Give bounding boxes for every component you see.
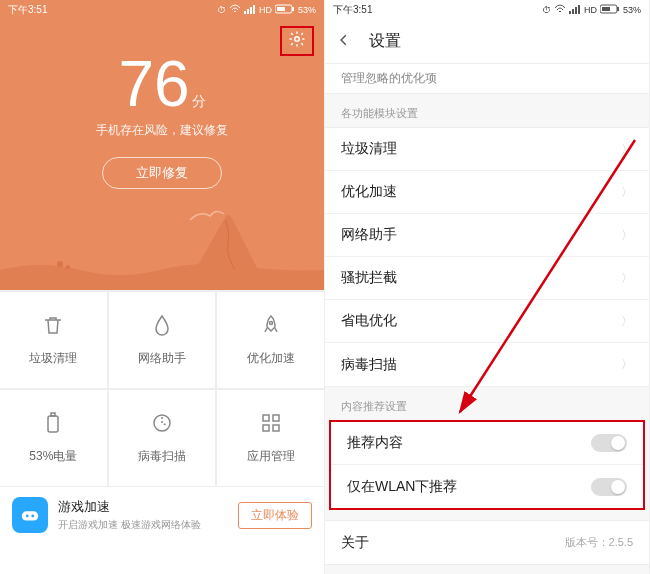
grid-label: 应用管理	[247, 448, 295, 465]
svg-point-19	[26, 515, 29, 518]
svg-rect-18	[22, 511, 39, 520]
svg-point-20	[31, 515, 34, 518]
svg-rect-27	[602, 7, 610, 11]
item-block-harassment[interactable]: 骚扰拦截 〉	[325, 257, 649, 300]
alarm-icon: ⏱	[217, 5, 226, 15]
svg-rect-14	[263, 415, 269, 421]
svg-point-8	[57, 261, 63, 267]
grid-label: 垃圾清理	[29, 350, 77, 367]
left-hero-area: 下午3:51 ⏱ HD 53%	[0, 0, 324, 290]
signal-icon	[244, 4, 256, 16]
item-recommend-content[interactable]: 推荐内容	[331, 422, 643, 465]
grid-battery[interactable]: 53%电量	[0, 390, 107, 486]
grid-optimize-speed[interactable]: 优化加速	[217, 292, 324, 388]
trash-icon	[41, 313, 65, 340]
grid-virus-scan[interactable]: 病毒扫描	[109, 390, 216, 486]
item-label: 推荐内容	[347, 434, 403, 452]
promo-row[interactable]: 游戏加速 开启游戏加速 极速游戏网络体验 立即体验	[0, 486, 324, 543]
promo-title: 游戏加速	[58, 498, 228, 516]
item-optimize-speed[interactable]: 优化加速 〉	[325, 171, 649, 214]
grid-label: 病毒扫描	[138, 448, 186, 465]
grid-trash-cleanup[interactable]: 垃圾清理	[0, 292, 107, 388]
battery-icon	[41, 411, 65, 438]
version-text: 版本号：2.5.5	[565, 535, 633, 550]
item-label: 关于	[341, 534, 369, 552]
item-label: 仅在WLAN下推荐	[347, 478, 457, 496]
battery-percent: 53%	[298, 5, 316, 15]
battery-icon	[275, 4, 295, 16]
svg-rect-1	[247, 9, 249, 14]
svg-point-10	[269, 322, 272, 325]
game-boost-icon	[12, 497, 48, 533]
battery-percent: 53%	[623, 5, 641, 15]
settings-title: 设置	[369, 31, 401, 52]
recommend-list: 推荐内容 仅在WLAN下推荐	[331, 422, 643, 508]
item-virus-scan[interactable]: 病毒扫描 〉	[325, 343, 649, 386]
chevron-right-icon: 〉	[621, 141, 633, 158]
scan-icon	[150, 411, 174, 438]
landscape-illustration	[0, 200, 324, 290]
settings-header: 设置	[325, 20, 649, 64]
svg-rect-12	[51, 413, 55, 416]
chevron-right-icon: 〉	[621, 313, 633, 330]
battery-icon	[600, 4, 620, 16]
gear-icon[interactable]	[288, 30, 306, 52]
grid-label: 53%电量	[29, 448, 77, 465]
rocket-icon	[259, 313, 283, 340]
promo-try-button[interactable]: 立即体验	[238, 502, 312, 529]
about-list: 关于 版本号：2.5.5	[325, 520, 649, 565]
item-power-saver[interactable]: 省电优化 〉	[325, 300, 649, 343]
promo-subtitle: 开启游戏加速 极速游戏网络体验	[58, 518, 228, 532]
svg-rect-3	[253, 5, 255, 14]
toggle-recommend[interactable]	[591, 434, 627, 452]
phone-left-security-center: 下午3:51 ⏱ HD 53%	[0, 0, 325, 574]
svg-rect-15	[273, 415, 279, 421]
annotation-highlight-toggles: 推荐内容 仅在WLAN下推荐	[329, 420, 645, 510]
score-row: 76分	[0, 52, 324, 116]
status-bar: 下午3:51 ⏱ HD 53%	[0, 0, 324, 20]
grid-label: 优化加速	[247, 350, 295, 367]
grid-label: 网络助手	[138, 350, 186, 367]
score-number: 76	[118, 52, 189, 116]
annotation-highlight-gear	[280, 26, 314, 56]
chevron-right-icon: 〉	[621, 184, 633, 201]
wifi-icon	[554, 4, 566, 16]
grid-app-management[interactable]: 应用管理	[217, 390, 324, 486]
svg-point-7	[295, 37, 300, 42]
item-label: 骚扰拦截	[341, 269, 397, 287]
status-bar: 下午3:51 ⏱ HD 53%	[325, 0, 649, 20]
back-button[interactable]	[337, 33, 351, 51]
chevron-right-icon: 〉	[621, 227, 633, 244]
signal-icon	[569, 4, 581, 16]
drop-icon	[150, 313, 174, 340]
fix-now-button[interactable]: 立即修复	[102, 157, 222, 189]
svg-rect-6	[277, 7, 285, 11]
truncated-row[interactable]: 管理忽略的优化项	[325, 64, 649, 94]
svg-rect-21	[569, 11, 571, 14]
feature-grid: 垃圾清理 网络助手 优化加速 53%电量 病毒扫描	[0, 290, 324, 486]
svg-rect-24	[578, 5, 580, 14]
status-right: ⏱ HD 53%	[542, 4, 641, 16]
chevron-right-icon: 〉	[621, 356, 633, 373]
grid-network-helper[interactable]: 网络助手	[109, 292, 216, 388]
svg-rect-0	[244, 11, 246, 14]
item-recommend-wlan-only[interactable]: 仅在WLAN下推荐	[331, 465, 643, 508]
alarm-icon: ⏱	[542, 5, 551, 15]
chevron-right-icon: 〉	[621, 270, 633, 287]
item-network-helper[interactable]: 网络助手 〉	[325, 214, 649, 257]
item-label: 垃圾清理	[341, 140, 397, 158]
svg-rect-22	[572, 9, 574, 14]
modules-list: 垃圾清理 〉 优化加速 〉 网络助手 〉 骚扰拦截 〉 省电优化 〉 病毒扫描 …	[325, 127, 649, 387]
item-trash-cleanup[interactable]: 垃圾清理 〉	[325, 128, 649, 171]
item-about[interactable]: 关于 版本号：2.5.5	[325, 521, 649, 564]
svg-rect-23	[575, 7, 577, 14]
svg-rect-16	[263, 425, 269, 431]
wifi-icon	[229, 4, 241, 16]
hd-label: HD	[259, 5, 272, 15]
item-label: 病毒扫描	[341, 356, 397, 374]
score-unit: 分	[192, 93, 206, 109]
score-display: 76分 手机存在风险，建议修复 立即修复	[0, 52, 324, 189]
toggle-wlan-only[interactable]	[591, 478, 627, 496]
section-recommend-title: 内容推荐设置	[325, 387, 649, 420]
apps-icon	[259, 411, 283, 438]
